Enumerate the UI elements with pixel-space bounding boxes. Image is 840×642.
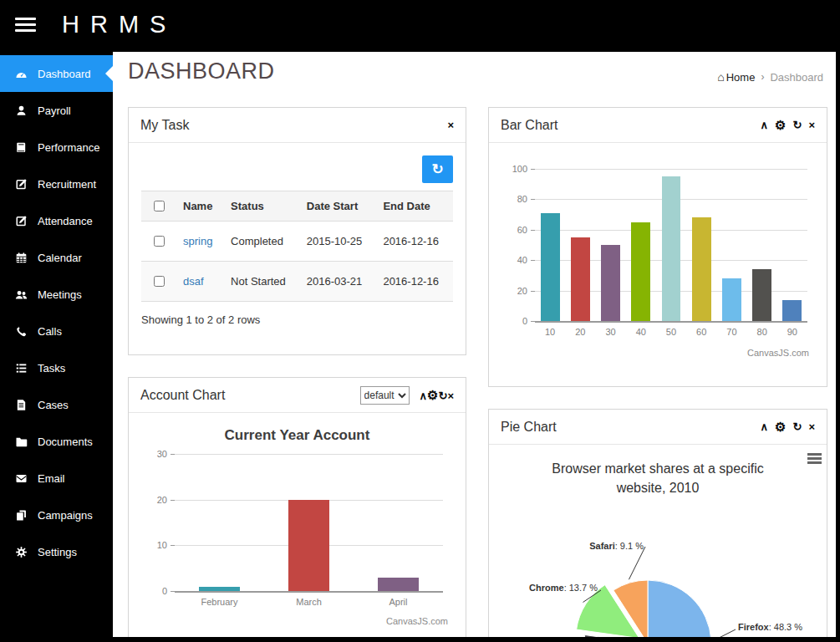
sidebar-item-label: Attendance [38, 215, 93, 227]
table-row: dsaf Not Started 2016-03-21 2016-12-16 [141, 262, 453, 302]
menu-toggle-icon[interactable] [15, 18, 36, 35]
sidebar-item-label: Calendar [38, 252, 82, 264]
bar-April [378, 578, 419, 591]
sidebar-item-meetings[interactable]: Meetings [0, 276, 113, 313]
account-chart-panel-title: Account Chart [140, 388, 225, 403]
my-task-panel: My Task × ↻ NameStatusDate StartEnd Date… [128, 107, 466, 355]
refresh-button[interactable]: ↻ [422, 155, 453, 183]
chart-context-menu-icon[interactable] [807, 453, 822, 466]
my-task-panel-title: My Task [140, 118, 189, 133]
bar-30 [601, 245, 620, 321]
close-icon[interactable]: × [808, 421, 815, 432]
column-header: End Date [376, 191, 453, 222]
file-icon [14, 398, 28, 411]
user-icon [14, 104, 28, 117]
refresh-icon[interactable]: ↻ [793, 421, 802, 432]
account-chart: 0102030FebruaryMarchAprilCanvasJS.com [141, 449, 453, 626]
sidebar-item-calendar[interactable]: Calendar [0, 239, 113, 276]
pie-chart-panel: Pie Chart ∧⚙↻× Browser market shares at … [488, 409, 827, 637]
refresh-icon: ↻ [431, 161, 443, 177]
account-chart-panel: Account Chart default ∧⚙↻× Current Year … [128, 377, 466, 637]
bar-70 [722, 278, 741, 321]
task-end-date: 2016-12-16 [376, 262, 453, 302]
sidebar-item-payroll[interactable]: Payroll [0, 92, 113, 129]
dashboard-icon [14, 67, 28, 80]
row-checkbox[interactable] [154, 236, 165, 247]
sidebar-item-attendance[interactable]: Attendance [0, 202, 113, 239]
chart-credit[interactable]: CanvasJS.com [747, 348, 809, 358]
copy-icon [14, 508, 28, 522]
sidebar-item-calls[interactable]: Calls [0, 313, 113, 349]
select-all-checkbox-cell [141, 191, 176, 222]
sidebar-item-documents[interactable]: Documents [0, 423, 113, 460]
column-header: Date Start [300, 191, 377, 222]
close-icon[interactable]: × [447, 390, 454, 402]
task-name-link[interactable]: dsaf [183, 275, 204, 288]
home-icon: ⌂ [717, 70, 724, 84]
account-chart-preset-select[interactable]: default [360, 386, 410, 405]
phone-icon [14, 324, 28, 338]
sidebar-item-tasks[interactable]: Tasks [0, 349, 113, 386]
close-icon[interactable]: × [808, 120, 815, 130]
sidebar-item-label: Dashboard [38, 68, 91, 80]
task-end-date: 2016-12-16 [376, 222, 453, 262]
table-row: spring Completed 2015-10-25 2016-12-16 [141, 222, 453, 262]
bar-chart-panel: Bar Chart ∧⚙↻× 0204060801001020304050607… [488, 107, 827, 387]
refresh-icon[interactable]: ↻ [439, 390, 448, 402]
bar-40 [631, 222, 650, 321]
pie-chart: Firefox: 48.3 %Chrome: 13.7 %Safari: 9.1… [501, 502, 814, 637]
sidebar-item-email[interactable]: Email [0, 460, 113, 497]
task-table: NameStatusDate StartEnd Date spring Comp… [141, 191, 453, 302]
edit-icon [14, 177, 28, 191]
sidebar-item-label: Meetings [38, 288, 82, 301]
bar-60 [692, 217, 711, 321]
settings-icon[interactable]: ⚙ [427, 388, 438, 402]
column-header: Status [224, 191, 300, 222]
column-header: Name [176, 191, 224, 222]
sidebar-item-settings[interactable]: Settings [0, 533, 113, 570]
collapse-icon[interactable]: ∧ [761, 120, 769, 130]
sidebar-item-label: Documents [38, 436, 93, 448]
row-checkbox[interactable] [154, 276, 165, 287]
select-all-checkbox[interactable] [154, 201, 165, 211]
bar-March [288, 500, 329, 591]
sidebar-item-cases[interactable]: Cases [0, 386, 113, 423]
gear-icon [14, 545, 28, 558]
list-icon [14, 361, 28, 374]
envelope-icon [14, 471, 28, 485]
task-date-start: 2015-10-25 [300, 222, 377, 262]
bar-chart: 020406080100102030405060708090CanvasJS.c… [501, 157, 814, 358]
pie-chart-panel-title: Pie Chart [501, 420, 557, 435]
task-name-link[interactable]: spring [183, 235, 212, 247]
chart-credit[interactable]: CanvasJS.com [386, 616, 448, 626]
refresh-icon[interactable]: ↻ [793, 120, 802, 130]
sidebar-item-label: Cases [38, 399, 69, 411]
sidebar-item-campaigns[interactable]: Campaigns [0, 497, 113, 533]
bar-90 [782, 300, 802, 321]
bar-80 [752, 269, 771, 321]
collapse-icon[interactable]: ∧ [761, 421, 769, 432]
folder-icon [14, 435, 28, 448]
settings-icon[interactable]: ⚙ [775, 119, 786, 131]
sidebar-item-dashboard[interactable]: Dashboard [0, 55, 113, 92]
bar-20 [571, 237, 590, 321]
topbar: HRMS [0, 0, 840, 52]
sidebar-item-label: Tasks [38, 362, 65, 374]
pie-slice-firefox[interactable] [648, 580, 711, 637]
sidebar-item-label: Payroll [38, 104, 71, 117]
breadcrumb-home-link[interactable]: ⌂Home [717, 70, 755, 84]
edit-icon [14, 214, 28, 227]
sidebar-item-label: Settings [38, 546, 77, 558]
collapse-icon[interactable]: ∧ [420, 390, 428, 402]
main-content: DASHBOARD ⌂Home › Dashboard My Task × ↻ … [113, 52, 836, 637]
close-icon[interactable]: × [447, 120, 454, 130]
settings-icon[interactable]: ⚙ [775, 420, 786, 433]
task-status: Not Started [224, 262, 300, 302]
account-chart-title: Current Year Account [141, 427, 453, 444]
page-title: DASHBOARD [128, 59, 275, 84]
sidebar-item-label: Calls [38, 325, 62, 338]
pie-chart-title: Browser market shares at a specific webs… [528, 459, 787, 497]
sidebar-item-recruitment[interactable]: Recruitment [0, 166, 113, 202]
sidebar-item-performance[interactable]: Performance [0, 129, 113, 166]
bar-10 [541, 213, 560, 321]
